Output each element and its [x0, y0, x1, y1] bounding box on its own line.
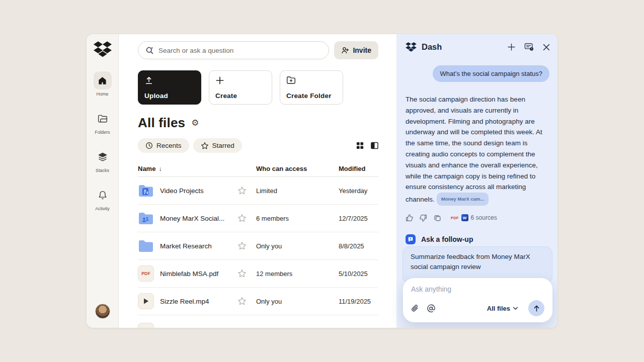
access-cell: Limited — [256, 187, 339, 195]
bell-icon — [98, 190, 107, 200]
column-header-name[interactable]: Name↓ — [138, 165, 237, 172]
new-chat-button[interactable] — [507, 43, 516, 51]
create-label: Create — [215, 92, 266, 100]
row-star-icon[interactable] — [237, 241, 256, 250]
chevron-down-icon — [513, 307, 518, 310]
chat-history-button[interactable] — [524, 43, 534, 51]
sidebar-item-stacks[interactable]: Stacks — [94, 148, 112, 173]
search-bar[interactable] — [138, 41, 329, 59]
modified-cell: 12/7/2025 — [339, 215, 378, 222]
folder-shared-icon — [138, 211, 154, 225]
create-button[interactable]: Create — [209, 70, 272, 105]
folder-icon — [138, 239, 154, 253]
column-header-modified[interactable]: Modified — [339, 165, 378, 172]
invite-person-icon — [341, 46, 349, 54]
dash-panel: Dash What’s the social campaign status? … — [396, 34, 557, 328]
folder-plus-icon — [286, 76, 337, 84]
scope-selector[interactable]: All files — [487, 305, 518, 312]
ask-input-card: All files — [403, 278, 552, 322]
table-header: Name↓ Who can access Modified — [138, 165, 378, 177]
follow-up-row[interactable]: Ask a follow-up — [406, 234, 550, 244]
clock-icon — [145, 142, 153, 149]
file-name: Market Research — [160, 242, 212, 250]
topbar: Invite — [138, 41, 378, 59]
thumbs-up-button[interactable] — [406, 214, 413, 222]
quick-actions: Upload Create Create Folder — [138, 70, 378, 105]
user-message-bubble: What’s the social campaign status? — [433, 65, 549, 82]
invite-button[interactable]: Invite — [334, 41, 378, 59]
split-view-icon[interactable] — [371, 142, 378, 149]
row-star-icon[interactable] — [237, 269, 256, 278]
folder-video-icon — [138, 184, 154, 198]
video-file-icon — [138, 293, 154, 309]
upload-button[interactable]: Upload — [138, 70, 201, 105]
pdf-file-icon: PDF — [138, 265, 154, 282]
dash-title: Dash — [422, 42, 442, 52]
dropbox-logo-icon — [94, 41, 112, 57]
sidebar-item-label: Activity — [95, 206, 110, 211]
sidebar-item-label: Stacks — [96, 168, 109, 173]
recents-label: Recents — [156, 142, 182, 149]
chat-bubble-icon — [406, 234, 416, 244]
home-icon — [98, 76, 107, 85]
sort-down-icon: ↓ — [158, 165, 162, 172]
table-row[interactable]: Market Research Only you 8/8/2025 — [138, 232, 378, 260]
recents-filter-chip[interactable]: Recents — [138, 138, 189, 153]
attach-button[interactable] — [411, 304, 419, 313]
sources-count: 6 sources — [471, 214, 497, 221]
ask-input[interactable] — [411, 285, 544, 293]
assistant-answer: The social campaign direction has been a… — [406, 94, 550, 206]
table-row[interactable]: Video Projects Limited Yesterday — [138, 177, 378, 205]
source-chip[interactable]: Money MarX cam... — [437, 193, 489, 206]
access-cell: 6 members — [256, 215, 339, 222]
sidebar-item-activity[interactable]: Activity — [94, 186, 112, 211]
sources-group[interactable]: PDF W 6 sources — [451, 214, 497, 221]
sidebar: Home Folders Stacks Activity — [87, 34, 119, 328]
table-row[interactable]: Money MarX Social... 6 members 12/7/2025 — [138, 205, 378, 232]
user-avatar[interactable] — [95, 304, 110, 319]
table-row[interactable]: Sizzle Reel.mp4 Only you 11/19/2025 — [138, 288, 378, 315]
dash-logo-icon — [406, 42, 417, 52]
column-header-access[interactable]: Who can access — [256, 165, 339, 172]
page-title: All files — [138, 115, 185, 131]
create-folder-label: Create Folder — [286, 92, 337, 100]
modified-cell: 5/10/2025 — [339, 270, 378, 278]
mention-button[interactable] — [427, 304, 435, 313]
access-cell: Only you — [256, 242, 339, 250]
search-input[interactable] — [158, 47, 321, 54]
suggestion-text: Summarize feedback from Money MarX socia… — [411, 252, 544, 272]
dash-header: Dash — [406, 42, 550, 52]
thumbs-down-button[interactable] — [420, 214, 427, 222]
modified-cell: Yesterday — [339, 187, 378, 195]
table-row[interactable]: PDF Nimblefab MSA.pdf 12 members 5/10/20… — [138, 260, 378, 288]
sidebar-item-home[interactable]: Home — [94, 71, 112, 97]
settings-gear-icon[interactable]: ⚙ — [191, 119, 199, 127]
pdf-source-icon: PDF — [451, 216, 459, 220]
starred-filter-chip[interactable]: Starred — [193, 138, 242, 153]
upload-icon — [144, 76, 195, 85]
star-icon — [201, 142, 209, 150]
create-folder-button[interactable]: Create Folder — [280, 70, 343, 105]
table-row-partial[interactable] — [138, 315, 378, 328]
copy-button[interactable] — [434, 214, 441, 222]
row-star-icon[interactable] — [237, 297, 256, 306]
invite-label: Invite — [353, 46, 371, 54]
close-panel-button[interactable] — [542, 43, 550, 51]
file-icon-partial — [138, 323, 154, 328]
row-star-icon[interactable] — [237, 214, 256, 223]
stacks-icon — [98, 152, 108, 162]
follow-up-label: Ask a follow-up — [421, 235, 473, 243]
sidebar-item-label: Folders — [95, 130, 110, 135]
word-source-icon: W — [461, 214, 468, 221]
sidebar-item-label: Home — [96, 92, 108, 97]
filter-row: Recents Starred — [138, 138, 378, 153]
row-star-icon[interactable] — [237, 186, 256, 195]
grid-view-icon[interactable] — [356, 142, 364, 149]
folders-icon — [98, 114, 108, 123]
access-cell: 12 members — [256, 270, 339, 278]
answer-text: The social campaign direction has been a… — [406, 96, 542, 203]
sidebar-item-folders[interactable]: Folders — [94, 110, 112, 135]
modified-cell: 8/8/2025 — [339, 242, 378, 250]
files-table: Name↓ Who can access Modified Video Proj… — [138, 165, 378, 328]
send-button[interactable] — [528, 300, 544, 316]
